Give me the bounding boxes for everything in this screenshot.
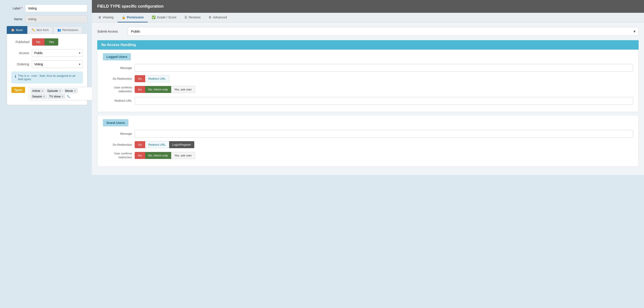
lock-icon: 🔒 bbox=[122, 16, 126, 19]
field-config-header: FIELD TYPE specific configuration bbox=[92, 0, 644, 13]
guest-users-header: Guest Users bbox=[103, 119, 633, 130]
guest-user-confirms-row: User confirms redirection No No, inform … bbox=[103, 152, 633, 160]
info-icon: ℹ bbox=[15, 74, 16, 79]
guest-message-label: Message bbox=[103, 132, 132, 135]
tag-search-btn[interactable]: 🔍 bbox=[66, 95, 70, 98]
guest-do-redirection-group: No Redirect URL Login/Register bbox=[135, 141, 194, 148]
basic-tab-content: Published No Yes Access Public Registere… bbox=[7, 34, 88, 105]
logged-redirect-url-row: Redirect URL bbox=[103, 97, 633, 105]
types-label: Types bbox=[12, 87, 25, 93]
no-access-heading: No Access Handling bbox=[97, 40, 638, 50]
monitor-icon: 🖥 bbox=[98, 16, 101, 19]
logged-message-input[interactable] bbox=[135, 64, 633, 72]
logged-confirms-no-inform-btn[interactable]: No, inform only bbox=[145, 86, 171, 93]
published-no-btn[interactable]: No bbox=[32, 38, 44, 46]
right-tab-advanced[interactable]: ⚙ Advanced bbox=[204, 13, 231, 23]
logged-message-label: Message bbox=[103, 66, 132, 70]
no-access-section: No Access Handling Logged Users Message … bbox=[97, 40, 638, 167]
logged-users-section: Logged Users Message Do Redirection No R… bbox=[97, 50, 638, 112]
tag-season: Season ✕ bbox=[31, 94, 47, 99]
right-tab-grade-score[interactable]: ✅ Grade / Score bbox=[148, 13, 180, 23]
tag-episode: Episode ✕ bbox=[46, 88, 63, 93]
published-label: Published bbox=[12, 40, 29, 44]
logged-redirect-url-label: Redirect URL bbox=[103, 99, 132, 102]
logged-redirect-url-input[interactable] bbox=[135, 97, 633, 105]
logged-users-header: Logged Users bbox=[103, 53, 633, 64]
guest-users-section: Guest Users Message Do Redirection No Re… bbox=[97, 116, 638, 167]
logged-confirms-no-btn[interactable]: No bbox=[135, 86, 145, 93]
guest-confirms-no-btn[interactable]: No bbox=[135, 152, 145, 159]
tag-movie: Movie ✕ bbox=[64, 88, 78, 93]
guest-redirection-url-btn[interactable]: Redirect URL bbox=[145, 141, 169, 148]
guest-message-input[interactable] bbox=[135, 130, 633, 138]
published-toggle-group: No Yes bbox=[32, 38, 58, 46]
ordering-label: Ordering bbox=[12, 62, 29, 66]
name-group: Name bbox=[7, 15, 88, 23]
label-field-label: Label * bbox=[7, 7, 22, 10]
submit-access-select[interactable]: Public Registered Special bbox=[128, 27, 638, 36]
guest-users-label: Guest Users bbox=[103, 119, 128, 126]
logged-do-redirection-label: Do Redirection bbox=[103, 77, 132, 80]
tag-movie-remove[interactable]: ✕ bbox=[74, 90, 76, 92]
guest-confirms-yes-ask-btn[interactable]: Yes, ask user bbox=[171, 152, 195, 159]
types-section: Types Article ✕ Episode ✕ Movie ✕ bbox=[12, 87, 83, 100]
logged-confirms-yes-ask-btn[interactable]: Yes, ask user bbox=[171, 86, 195, 93]
tags-container: Article ✕ Episode ✕ Movie ✕ Season bbox=[29, 87, 96, 100]
home-icon: 🏠 bbox=[11, 28, 14, 32]
tab-permissions[interactable]: 👥 Permissions bbox=[53, 26, 82, 34]
access-select[interactable]: Public Registered Special bbox=[32, 49, 83, 57]
submit-access-row: Submit Access Public Registered Special … bbox=[97, 27, 638, 36]
left-tabs: 🏠 Basic ✏️ Item form 👥 Permissions Publi… bbox=[7, 26, 88, 105]
access-select-wrapper: Public Registered Special ▾ bbox=[32, 49, 83, 57]
right-tab-reviews[interactable]: ☰ Reviews bbox=[180, 13, 204, 23]
access-row: Access Public Registered Special ▾ bbox=[12, 49, 83, 57]
logged-redirection-url-btn[interactable]: Redirect URL bbox=[145, 75, 169, 82]
tag-season-remove[interactable]: ✕ bbox=[43, 95, 45, 98]
info-text: This is a - core - field, thus its assig… bbox=[18, 74, 79, 81]
right-tab-viewing[interactable]: 🖥 Viewing bbox=[94, 13, 118, 23]
logged-redirection-no-btn[interactable]: No bbox=[135, 75, 145, 82]
tag-tvshow-remove[interactable]: ✕ bbox=[62, 95, 64, 98]
right-tabs-nav: 🖥 Viewing 🔒 Permission ✅ Grade / Score ☰… bbox=[92, 13, 644, 23]
ordering-select[interactable]: Voting bbox=[32, 60, 83, 68]
left-tabs-nav: 🏠 Basic ✏️ Item form 👥 Permissions bbox=[7, 26, 88, 34]
label-input[interactable] bbox=[25, 5, 88, 12]
tag-article-remove[interactable]: ✕ bbox=[41, 90, 44, 92]
list-icon: ☰ bbox=[184, 16, 187, 19]
gear-icon: ⚙ bbox=[208, 16, 212, 19]
guest-user-confirms-label: User confirms redirection bbox=[103, 152, 132, 160]
tag-article: Article ✕ bbox=[31, 88, 45, 93]
ordering-row: Ordering Voting ▾ bbox=[12, 60, 83, 68]
submit-access-select-wrapper: Public Registered Special ▾ bbox=[128, 27, 638, 36]
guest-login-register-btn[interactable]: Login/Register bbox=[169, 141, 194, 148]
right-tab-permission[interactable]: 🔒 Permission bbox=[118, 13, 148, 23]
tag-episode-remove[interactable]: ✕ bbox=[59, 90, 61, 92]
tab-basic[interactable]: 🏠 Basic bbox=[7, 26, 27, 34]
logged-user-confirms-group: No No, inform only Yes, ask user bbox=[135, 86, 195, 93]
published-group: Published No Yes bbox=[12, 38, 83, 46]
name-field-label: Name bbox=[7, 17, 22, 21]
published-yes-btn[interactable]: Yes bbox=[44, 38, 58, 46]
tab-item-form[interactable]: ✏️ Item form bbox=[27, 26, 53, 34]
users-icon: 👥 bbox=[57, 28, 61, 32]
logged-user-confirms-label: User confirms redirection bbox=[103, 86, 132, 93]
logged-message-row: Message bbox=[103, 64, 633, 72]
right-panel: FIELD TYPE specific configuration 🖥 View… bbox=[92, 0, 644, 308]
guest-do-redirection-row: Do Redirection No Redirect URL Login/Reg… bbox=[103, 141, 633, 148]
guest-redirection-no-btn[interactable]: No bbox=[135, 141, 145, 148]
submit-access-label: Submit Access bbox=[97, 30, 124, 33]
logged-users-label: Logged Users bbox=[103, 53, 131, 60]
guest-do-redirection-label: Do Redirection bbox=[103, 143, 132, 146]
logged-do-redirection-row: Do Redirection No Redirect URL bbox=[103, 75, 633, 82]
check-icon: ✅ bbox=[152, 16, 156, 19]
right-content: Submit Access Public Registered Special … bbox=[92, 23, 644, 175]
logged-do-redirection-group: No Redirect URL bbox=[135, 75, 169, 82]
logged-user-confirms-row: User confirms redirection No No, inform … bbox=[103, 86, 633, 93]
access-label: Access bbox=[12, 51, 29, 55]
tag-tvshow: TV show ✕ bbox=[48, 94, 66, 99]
left-panel: Label * Name 🏠 Basic ✏️ Item form 👥 Perm… bbox=[0, 0, 92, 308]
guest-confirms-no-inform-btn[interactable]: No, inform only bbox=[145, 152, 171, 159]
edit-icon: ✏️ bbox=[32, 28, 35, 32]
name-input[interactable] bbox=[25, 15, 88, 23]
guest-user-confirms-group: No No, inform only Yes, ask user bbox=[135, 152, 195, 159]
